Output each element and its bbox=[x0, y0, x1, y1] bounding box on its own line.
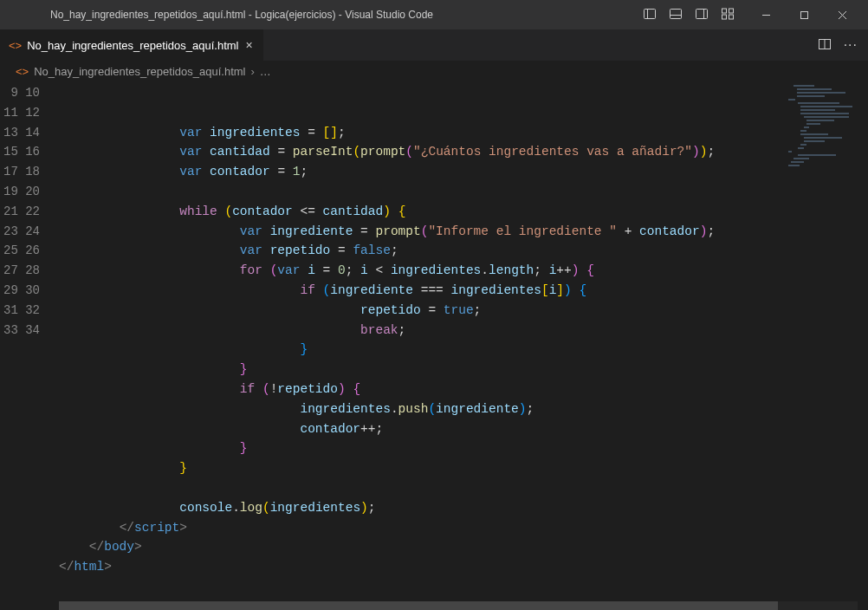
svg-rect-0 bbox=[645, 9, 656, 18]
svg-rect-2 bbox=[670, 9, 682, 18]
svg-rect-8 bbox=[722, 15, 727, 19]
tabs-bar: <> No_hay_ingredientes_repetidos_aquí.ht… bbox=[0, 29, 868, 61]
breadcrumb-more: … bbox=[260, 65, 271, 78]
horizontal-scrollbar[interactable] bbox=[59, 601, 858, 610]
close-button[interactable] bbox=[823, 0, 861, 29]
tab-label: No_hay_ingredientes_repetidos_aquí.html bbox=[27, 39, 238, 52]
tab-active[interactable]: <> No_hay_ingredientes_repetidos_aquí.ht… bbox=[0, 29, 263, 61]
svg-rect-6 bbox=[722, 9, 727, 13]
layout-panel-left-icon[interactable] bbox=[643, 7, 657, 23]
breadcrumb-file: No_hay_ingredientes_repetidos_aquí.html bbox=[34, 65, 245, 78]
layout-panel-right-icon[interactable] bbox=[695, 7, 709, 23]
more-actions-icon[interactable]: ··· bbox=[844, 37, 858, 53]
vertical-scrollbar[interactable] bbox=[858, 81, 868, 610]
html-file-icon: <> bbox=[16, 65, 29, 78]
maximize-button[interactable] bbox=[785, 0, 823, 29]
layout-panel-bottom-icon[interactable] bbox=[669, 7, 683, 23]
chevron-right-icon: › bbox=[250, 65, 254, 78]
svg-rect-7 bbox=[729, 9, 734, 13]
minimize-button[interactable] bbox=[747, 0, 785, 29]
editor[interactable]: 9 10 11 12 13 14 15 16 17 18 19 20 21 22… bbox=[0, 81, 868, 610]
scrollbar-thumb[interactable] bbox=[59, 601, 778, 610]
title-bar: No_hay_ingredientes_repetidos_aquí.html … bbox=[0, 0, 868, 29]
code-area[interactable]: var ingredientes = []; var cantidad = pa… bbox=[59, 81, 868, 610]
layout-controls bbox=[643, 7, 735, 23]
html-file-icon: <> bbox=[9, 39, 22, 52]
tab-close-icon[interactable]: × bbox=[243, 38, 254, 52]
breadcrumb[interactable]: <> No_hay_ingredientes_repetidos_aquí.ht… bbox=[0, 61, 868, 81]
window-title: No_hay_ingredientes_repetidos_aquí.html … bbox=[7, 9, 643, 21]
svg-rect-9 bbox=[729, 15, 734, 19]
svg-rect-4 bbox=[696, 9, 708, 18]
svg-rect-11 bbox=[800, 11, 807, 18]
line-number-gutter: 9 10 11 12 13 14 15 16 17 18 19 20 21 22… bbox=[0, 81, 59, 610]
layout-grid-icon[interactable] bbox=[721, 7, 735, 23]
split-editor-icon[interactable] bbox=[818, 37, 832, 54]
window-controls bbox=[747, 0, 861, 29]
